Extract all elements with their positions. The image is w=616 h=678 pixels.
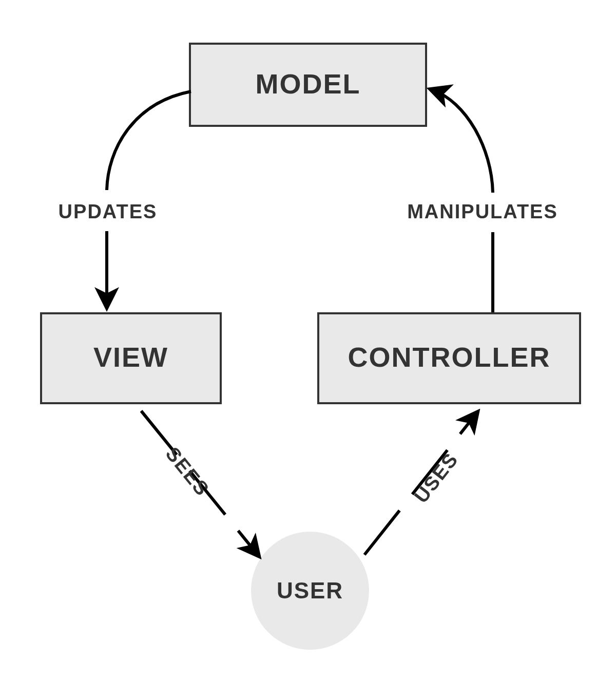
edge-updates: UPDATES [59,91,191,306]
node-model: MODEL [190,44,426,126]
mvc-diagram: MODEL VIEW CONTROLLER USER UPDATES MANIP… [0,0,616,678]
node-model-label: MODEL [256,68,361,99]
edge-manipulates-label: MANIPULATES [407,201,558,222]
node-controller-label: CONTROLLER [348,342,551,372]
node-user-label: USER [277,578,343,603]
node-user: USER [251,532,369,650]
edge-sees-label: SEES [162,443,214,500]
node-view-label: VIEW [93,342,168,372]
edge-manipulates: MANIPULATES [407,90,558,312]
edge-uses: USES [364,413,476,555]
edge-uses-label: USES [410,448,463,507]
node-view: VIEW [41,313,221,403]
node-controller: CONTROLLER [318,313,580,403]
edge-sees: SEES [141,411,258,555]
edge-updates-label: UPDATES [59,201,158,222]
